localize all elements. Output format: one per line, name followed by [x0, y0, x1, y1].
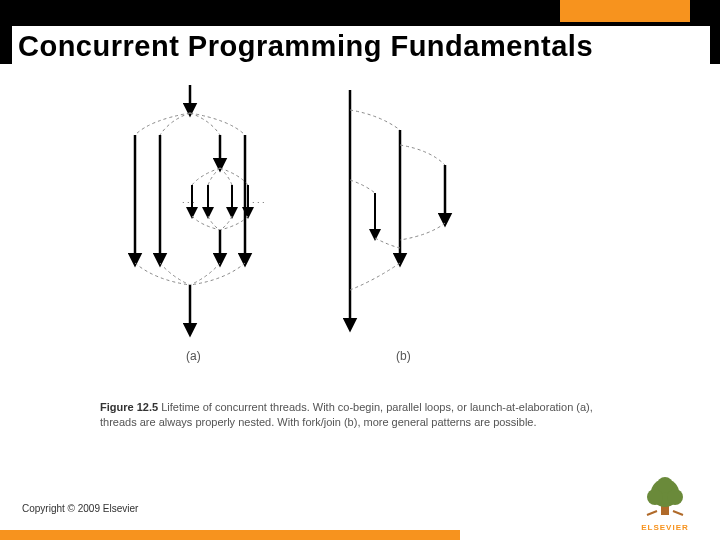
bottom-accent [0, 530, 460, 540]
page-title: Concurrent Programming Fundamentals [12, 26, 710, 69]
copyright-text: Copyright © 2009 Elsevier [22, 503, 138, 514]
figure-caption: Figure 12.5 Lifetime of concurrent threa… [100, 400, 620, 431]
label-a: (a) [186, 349, 201, 363]
elsevier-logo: ELSEVIER [630, 473, 700, 532]
caption-bold: Lifetime of concurrent threads. [161, 401, 310, 413]
ellipsis-right: . . . [252, 195, 265, 205]
diagram-b: (b) [350, 90, 445, 363]
caption-prefix: Figure 12.5 [100, 401, 158, 413]
svg-point-19 [657, 477, 673, 493]
logo-text: ELSEVIER [630, 523, 700, 532]
thread-lifetime-figure: . . . . . . (a) (b) [100, 85, 500, 385]
diagram-a: . . . . . . (a) [135, 85, 265, 363]
tree-icon [641, 473, 689, 517]
header-accent [560, 0, 690, 22]
label-b: (b) [396, 349, 411, 363]
ellipsis-left: . . . [182, 195, 195, 205]
